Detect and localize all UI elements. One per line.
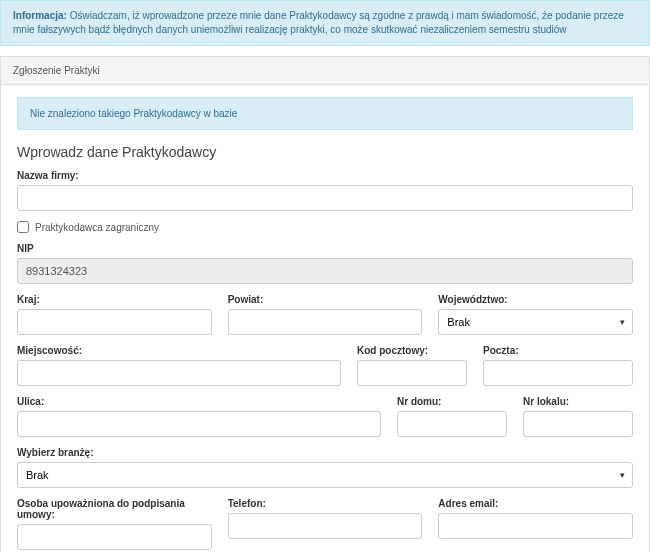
nip-label: NIP xyxy=(17,243,633,254)
email-input[interactable] xyxy=(438,513,633,539)
street-label: Ulica: xyxy=(17,396,381,407)
voivodeship-select[interactable]: Brak xyxy=(438,309,633,335)
street-input[interactable] xyxy=(17,411,381,437)
postal-code-label: Kod pocztowy: xyxy=(357,345,467,356)
country-label: Kraj: xyxy=(17,294,212,305)
authorized-person-input[interactable] xyxy=(17,524,212,550)
panel-heading: Zgłoszenie Praktyki xyxy=(1,57,649,85)
postal-code-input[interactable] xyxy=(357,360,467,386)
authorized-person-label: Osoba upoważniona do podpisania umowy: xyxy=(17,498,212,520)
info-banner: Informacja: Oświadczam, iż wprowadzone p… xyxy=(0,0,650,46)
phone-input[interactable] xyxy=(228,513,423,539)
nip-input xyxy=(17,258,633,284)
district-label: Powiat: xyxy=(228,294,423,305)
city-input[interactable] xyxy=(17,360,341,386)
industry-label: Wybierz branżę: xyxy=(17,447,633,458)
voivodeship-label: Województwo: xyxy=(438,294,633,305)
email-label: Adres email: xyxy=(438,498,633,509)
post-input[interactable] xyxy=(483,360,633,386)
house-no-input[interactable] xyxy=(397,411,507,437)
foreign-checkbox[interactable] xyxy=(17,221,29,233)
country-input[interactable] xyxy=(17,309,212,335)
company-name-input[interactable] xyxy=(17,185,633,211)
form-title: Wprowadz dane Praktykodawcy xyxy=(17,144,633,160)
flat-no-label: Nr lokalu: xyxy=(523,396,633,407)
phone-label: Telefon: xyxy=(228,498,423,509)
house-no-label: Nr domu: xyxy=(397,396,507,407)
post-label: Poczta: xyxy=(483,345,633,356)
company-name-label: Nazwa firmy: xyxy=(17,170,633,181)
panel-body: Nie znaleziono takiego Praktykodawcy w b… xyxy=(1,85,649,552)
flat-no-input[interactable] xyxy=(523,411,633,437)
city-label: Miejscowość: xyxy=(17,345,341,356)
foreign-checkbox-label: Praktykodawca zagraniczny xyxy=(35,222,159,233)
district-input[interactable] xyxy=(228,309,423,335)
info-banner-label: Informacja: xyxy=(13,10,67,21)
industry-select[interactable]: Brak xyxy=(17,462,633,488)
practice-panel: Zgłoszenie Praktyki Nie znaleziono takie… xyxy=(0,56,650,552)
not-found-alert: Nie znaleziono takiego Praktykodawcy w b… xyxy=(17,97,633,130)
info-banner-text: Oświadczam, iż wprowadzone przeze mnie d… xyxy=(13,10,624,35)
